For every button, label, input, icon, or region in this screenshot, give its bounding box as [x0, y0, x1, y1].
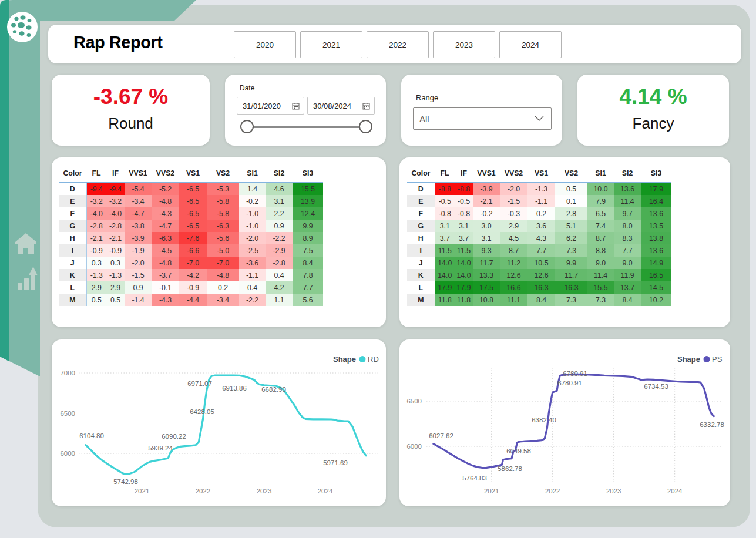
heatmap-cell[interactable]: 4.5 [500, 232, 527, 244]
heatmap-cell[interactable]: -6.5 [179, 195, 207, 207]
heatmap-cell[interactable]: 15.5 [293, 183, 323, 196]
heatmap-cell[interactable]: 14.9 [641, 257, 671, 269]
heatmap-cell[interactable]: 0.9 [125, 281, 152, 294]
row-label[interactable]: J [407, 257, 435, 269]
column-header-vs2[interactable]: VS2 [555, 164, 587, 183]
heatmap-cell[interactable]: -2.8 [106, 220, 125, 232]
heatmap-cell[interactable]: 7.5 [293, 244, 323, 257]
heatmap-cell[interactable]: 7.7 [614, 244, 641, 257]
heatmap-cell[interactable]: -3.7 [152, 269, 179, 281]
heatmap-cell[interactable]: 14.5 [641, 281, 671, 294]
heatmap-cell[interactable]: 2.8 [555, 207, 587, 220]
heatmap-cell[interactable]: 0.5 [555, 183, 587, 196]
heatmap-cell[interactable]: -5.0 [207, 244, 239, 257]
year-button-2024[interactable]: 2024 [499, 31, 562, 58]
heatmap-cell[interactable]: 17.9 [455, 281, 473, 294]
heatmap-cell[interactable]: -3.6 [239, 257, 266, 269]
heatmap-cell[interactable]: -5.2 [152, 183, 179, 196]
heatmap-cell[interactable]: 8.4 [293, 257, 323, 269]
heatmap-cell[interactable]: 3.1 [473, 232, 500, 244]
heatmap-cell[interactable]: -6.5 [179, 220, 207, 232]
heatmap-cell[interactable]: 14.0 [455, 269, 473, 281]
heatmap-cell[interactable]: -9.4 [106, 183, 125, 196]
year-button-2023[interactable]: 2023 [433, 31, 495, 58]
heatmap-cell[interactable]: -2.0 [239, 232, 266, 244]
heatmap-cell[interactable]: -4.3 [152, 294, 179, 306]
heatmap-cell[interactable]: 13.8 [641, 232, 671, 244]
heatmap-cell[interactable]: -0.9 [86, 244, 106, 257]
heatmap-cell[interactable]: 11.9 [614, 269, 641, 281]
heatmap-cell[interactable]: -4.7 [125, 207, 152, 220]
heatmap-cell[interactable]: 10.0 [587, 183, 614, 196]
heatmap-cell[interactable]: -5.8 [207, 207, 239, 220]
heatmap-cell[interactable]: -1.1 [527, 195, 555, 207]
column-header-vvs2[interactable]: VVS2 [152, 164, 179, 183]
heatmap-cell[interactable]: 7.3 [555, 244, 587, 257]
heatmap-cell[interactable]: -0.2 [239, 195, 266, 207]
date-range-handle-end[interactable] [359, 120, 372, 133]
heatmap-cell[interactable]: 0.4 [239, 281, 266, 294]
heatmap-cell[interactable]: -5.6 [207, 232, 239, 244]
heatmap-cell[interactable]: 12.6 [527, 269, 555, 281]
heatmap-cell[interactable]: 7.7 [527, 244, 555, 257]
heatmap-cell[interactable]: -0.2 [473, 207, 500, 220]
heatmap-cell[interactable]: 16.5 [641, 269, 671, 281]
heatmap-cell[interactable]: -7.0 [207, 257, 239, 269]
heatmap-cell[interactable]: 16.3 [527, 281, 555, 294]
heatmap-cell[interactable]: 9.9 [555, 257, 587, 269]
column-header-vs1[interactable]: VS1 [527, 164, 555, 183]
heatmap-cell[interactable]: -8.8 [455, 183, 473, 196]
heatmap-cell[interactable]: 7.3 [555, 294, 587, 306]
heatmap-cell[interactable]: 11.7 [473, 257, 500, 269]
row-label[interactable]: L [407, 281, 435, 294]
heatmap-cell[interactable]: 3.0 [473, 220, 500, 232]
heatmap-cell[interactable]: -4.4 [179, 294, 207, 306]
heatmap-cell[interactable]: 14.0 [435, 269, 455, 281]
heatmap-cell[interactable]: -0.8 [435, 207, 455, 220]
heatmap-cell[interactable]: 10.8 [473, 294, 500, 306]
row-label[interactable]: K [59, 269, 86, 281]
heatmap-cell[interactable]: 0.1 [555, 195, 587, 207]
row-label[interactable]: F [59, 207, 86, 220]
heatmap-cell[interactable]: -5.4 [125, 183, 152, 196]
heatmap-cell[interactable]: -1.3 [86, 269, 106, 281]
heatmap-cell[interactable]: 0.3 [86, 257, 106, 269]
heatmap-cell[interactable]: -3.2 [86, 195, 106, 207]
heatmap-cell[interactable]: -2.2 [239, 294, 266, 306]
heatmap-cell[interactable]: -0.8 [455, 207, 473, 220]
heatmap-cell[interactable]: 11.2 [500, 257, 527, 269]
heatmap-cell[interactable]: 8.7 [500, 244, 527, 257]
column-header-if[interactable]: IF [455, 164, 473, 183]
heatmap-cell[interactable]: 3.6 [527, 220, 555, 232]
heatmap-cell[interactable]: -4.0 [86, 207, 106, 220]
row-label[interactable]: J [59, 257, 86, 269]
heatmap-cell[interactable]: -5.8 [207, 195, 239, 207]
column-header-si1[interactable]: SI1 [587, 164, 614, 183]
heatmap-cell[interactable]: -0.5 [455, 195, 473, 207]
heatmap-cell[interactable]: 8.7 [587, 232, 614, 244]
heatmap-cell[interactable]: 13.3 [473, 269, 500, 281]
heatmap-cell[interactable]: -3.8 [125, 220, 152, 232]
heatmap-cell[interactable]: -2.9 [266, 244, 293, 257]
heatmap-cell[interactable]: 8.9 [293, 232, 323, 244]
heatmap-cell[interactable]: 10.5 [527, 257, 555, 269]
heatmap-cell[interactable]: 11.5 [435, 244, 455, 257]
heatmap-cell[interactable]: 3.7 [455, 232, 473, 244]
heatmap-cell[interactable]: 8.0 [614, 220, 641, 232]
heatmap-cell[interactable]: 7.4 [587, 220, 614, 232]
column-header-vvs2[interactable]: VVS2 [500, 164, 527, 183]
row-label[interactable]: M [59, 294, 86, 306]
heatmap-cell[interactable]: -2.1 [106, 232, 125, 244]
row-label[interactable]: M [407, 294, 435, 306]
heatmap-cell[interactable]: 11.5 [455, 244, 473, 257]
heatmap-cell[interactable]: 13.6 [641, 244, 671, 257]
row-label[interactable]: D [407, 183, 435, 196]
heatmap-cell[interactable]: -1.3 [106, 269, 125, 281]
heatmap-cell[interactable]: 2.2 [266, 207, 293, 220]
heatmap-cell[interactable]: -1.0 [239, 220, 266, 232]
heatmap-cell[interactable]: -0.5 [435, 195, 455, 207]
row-label[interactable]: I [59, 244, 86, 257]
heatmap-cell[interactable]: 7.8 [293, 269, 323, 281]
heatmap-cell[interactable]: 12.6 [500, 269, 527, 281]
date-start-input[interactable]: 31/01/2020 [237, 97, 304, 115]
